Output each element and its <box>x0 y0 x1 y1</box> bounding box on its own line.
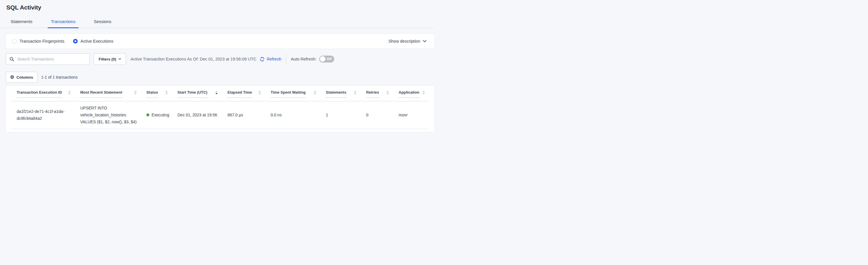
show-description-label: Show description <box>389 39 420 44</box>
cell-time-spent-waiting: 0.0 ns <box>265 101 320 129</box>
table-row[interactable]: da1f21e2-de71-4c1f-a1da-dc9fc94a84a2 UPS… <box>11 101 429 129</box>
radio-unselected-icon <box>12 39 17 44</box>
executing-status-dot <box>146 113 149 116</box>
cell-start-time: Dec 01, 2023 at 19:56 <box>172 101 222 129</box>
table-toolbar: ⚙ Columns 1-1 of 1 transactions <box>6 72 434 83</box>
transactions-table: Transaction Execution ID Most Recent Sta… <box>11 85 429 129</box>
cell-most-recent-statement: UPSERT INTO vehicle_location_histories V… <box>74 101 141 129</box>
auto-refresh-label: Auto Refresh: <box>291 57 316 61</box>
controls-row: Filters (0) Active Transaction Execution… <box>6 53 434 65</box>
columns-button[interactable]: ⚙ Columns <box>6 72 37 83</box>
radio-label: Active Executions <box>81 39 113 44</box>
sort-icons[interactable] <box>354 91 356 95</box>
column-header-start-time[interactable]: Start Time (UTC) <box>172 85 222 101</box>
view-mode-card: Transaction Fingerprints Active Executio… <box>6 34 434 49</box>
show-description-toggle[interactable]: Show description <box>389 39 428 44</box>
chevron-down-icon <box>423 40 427 42</box>
search-input[interactable] <box>17 56 86 62</box>
cell-elapsed-time: 887.0 µs <box>222 101 265 129</box>
radio-active-executions[interactable]: Active Executions <box>73 39 113 44</box>
tab-transactions[interactable]: Transactions <box>48 19 79 28</box>
gear-icon: ⚙ <box>10 75 14 80</box>
column-header-application[interactable]: Application <box>393 85 429 101</box>
tab-statements[interactable]: Statements <box>7 19 36 28</box>
as-of-timestamp: Active Transaction Executions As Of: Dec… <box>131 57 256 61</box>
column-header-time-spent-waiting[interactable]: Time Spent Waiting <box>265 85 320 101</box>
refresh-button[interactable]: Refresh <box>260 57 281 62</box>
sql-activity-page: SQL Activity Statements Transactions Ses… <box>0 4 434 132</box>
column-header-elapsed-time[interactable]: Elapsed Time <box>222 85 265 101</box>
page-title: SQL Activity <box>6 4 434 11</box>
vertical-divider <box>286 54 286 64</box>
cell-application: movr <box>393 101 429 129</box>
transactions-table-card: Transaction Execution ID Most Recent Sta… <box>6 85 434 132</box>
tab-bar: Statements Transactions Sessions <box>0 19 434 28</box>
sort-icons[interactable] <box>258 91 261 95</box>
cell-transaction-execution-id[interactable]: da1f21e2-de71-4c1f-a1da-dc9fc94a84a2 <box>11 101 74 129</box>
cell-retries: 0 <box>360 101 393 129</box>
search-box[interactable] <box>6 53 90 65</box>
column-header-transaction-execution-id[interactable]: Transaction Execution ID <box>11 85 74 101</box>
column-header-most-recent-statement[interactable]: Most Recent Statement <box>74 85 141 101</box>
refresh-label: Refresh <box>267 57 281 61</box>
results-count: 1-1 of 1 transactions <box>41 75 78 80</box>
cell-statements: 1 <box>320 101 360 129</box>
sort-icons[interactable] <box>314 91 316 95</box>
chevron-down-icon <box>119 58 121 60</box>
radio-label: Transaction Fingerprints <box>20 39 64 44</box>
sort-icons[interactable] <box>134 91 136 95</box>
sort-icons[interactable] <box>165 91 168 95</box>
filters-button-label: Filters (0) <box>99 57 116 61</box>
radio-selected-icon <box>73 39 78 44</box>
search-icon <box>9 57 14 61</box>
sort-icons[interactable] <box>423 91 425 95</box>
column-header-status[interactable]: Status <box>141 85 172 101</box>
sort-icons-active-desc[interactable] <box>215 91 218 95</box>
status-label: Executing <box>152 111 169 118</box>
sort-icons[interactable] <box>386 91 389 95</box>
columns-button-label: Columns <box>17 75 33 80</box>
column-header-retries[interactable]: Retries <box>360 85 393 101</box>
sort-icons[interactable] <box>68 91 70 95</box>
table-header-row: Transaction Execution ID Most Recent Sta… <box>11 85 429 101</box>
cell-status: Executing <box>141 101 172 129</box>
tab-sessions[interactable]: Sessions <box>91 19 115 28</box>
auto-refresh-toggle[interactable]: Off <box>319 56 334 62</box>
radio-transaction-fingerprints[interactable]: Transaction Fingerprints <box>12 39 64 44</box>
refresh-icon <box>260 57 265 62</box>
toggle-state-label: Off <box>327 57 332 61</box>
filters-button[interactable]: Filters (0) <box>94 53 126 65</box>
toggle-knob <box>320 56 326 62</box>
column-header-statements[interactable]: Statements <box>320 85 360 101</box>
